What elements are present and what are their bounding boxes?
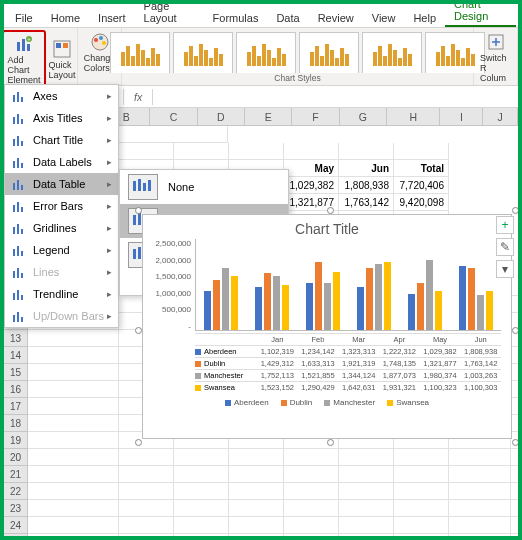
cell[interactable] (449, 466, 511, 483)
bar-group-Feb[interactable] (255, 273, 289, 330)
cell[interactable] (511, 432, 522, 449)
cell[interactable] (511, 483, 522, 500)
menu-trendline[interactable]: Trendline▸ (5, 283, 118, 305)
menu-chart-title[interactable]: Chart Title▸ (5, 129, 118, 151)
bar-group-Apr[interactable] (357, 262, 391, 330)
cell[interactable] (339, 517, 394, 534)
cell[interactable] (511, 347, 522, 364)
cell[interactable] (229, 466, 284, 483)
cell[interactable] (229, 483, 284, 500)
legend-aberdeen[interactable]: Aberdeen (225, 398, 269, 407)
col-header-E[interactable]: E (245, 108, 292, 125)
cell[interactable] (511, 279, 522, 296)
row-header-24[interactable]: 24 (4, 517, 28, 534)
switch-row-col-button[interactable]: Switch R Colum (477, 30, 514, 86)
cell[interactable] (449, 483, 511, 500)
bar-group-Mar[interactable] (306, 262, 340, 330)
cell[interactable] (119, 483, 174, 500)
chart-styles-button[interactable]: ✎ (496, 238, 514, 256)
tab-data[interactable]: Data (267, 9, 308, 27)
cell[interactable] (229, 500, 284, 517)
cell[interactable] (174, 517, 229, 534)
cell[interactable] (339, 449, 394, 466)
col-header-I[interactable]: I (440, 108, 483, 125)
tab-insert[interactable]: Insert (89, 9, 135, 27)
col-header-H[interactable]: H (387, 108, 440, 125)
legend-dublin[interactable]: Dublin (281, 398, 313, 407)
legend-manchester[interactable]: Manchester (324, 398, 375, 407)
submenu-none[interactable]: None (120, 170, 288, 204)
chart-style-3[interactable] (236, 32, 296, 73)
tab-chart-design[interactable]: Chart Design (445, 0, 516, 27)
col-header-C[interactable]: C (150, 108, 197, 125)
cell[interactable] (284, 143, 339, 160)
cell[interactable] (229, 143, 284, 160)
legend-swansea[interactable]: Swansea (387, 398, 429, 407)
cell[interactable] (174, 466, 229, 483)
tab-view[interactable]: View (363, 9, 405, 27)
cell[interactable] (511, 381, 522, 398)
cell[interactable] (511, 296, 522, 313)
cell[interactable] (284, 449, 339, 466)
cell[interactable] (339, 466, 394, 483)
cell[interactable] (394, 517, 449, 534)
embedded-chart[interactable]: Chart Title 2,500,0002,000,0001,500,0001… (142, 214, 512, 439)
menu-data-table[interactable]: Data Table▸ (5, 173, 118, 195)
cell[interactable] (449, 500, 511, 517)
col-header-D[interactable]: D (198, 108, 245, 125)
bar-group-Jan[interactable] (204, 268, 238, 330)
tab-review[interactable]: Review (309, 9, 363, 27)
cell[interactable] (119, 143, 174, 160)
cell[interactable] (511, 500, 522, 517)
row-header-20[interactable]: 20 (4, 449, 28, 466)
cell[interactable] (449, 517, 511, 534)
cell[interactable] (449, 534, 511, 540)
row-header-17[interactable]: 17 (4, 398, 28, 415)
chart-legend[interactable]: AberdeenDublinManchesterSwansea (143, 393, 511, 412)
cell[interactable] (174, 449, 229, 466)
col-header-G[interactable]: G (340, 108, 387, 125)
cell[interactable] (394, 143, 449, 160)
cell[interactable] (174, 534, 229, 540)
row-header-18[interactable]: 18 (4, 415, 28, 432)
cell[interactable] (284, 517, 339, 534)
chart-title[interactable]: Chart Title (143, 215, 511, 239)
cell[interactable]: 1,763,142 (339, 194, 394, 211)
cell[interactable]: May (284, 160, 339, 177)
row-header-13[interactable]: 13 (4, 330, 28, 347)
cell[interactable] (511, 534, 522, 540)
cell[interactable] (229, 449, 284, 466)
menu-legend[interactable]: Legend▸ (5, 239, 118, 261)
cell[interactable] (119, 466, 174, 483)
cell[interactable] (284, 500, 339, 517)
cell[interactable] (394, 449, 449, 466)
tab-home[interactable]: Home (42, 9, 89, 27)
tab-formulas[interactable]: Formulas (204, 9, 268, 27)
cell[interactable] (339, 483, 394, 500)
cell[interactable] (394, 500, 449, 517)
row-header-19[interactable]: 19 (4, 432, 28, 449)
cell[interactable]: Jun (339, 160, 394, 177)
cell[interactable] (174, 500, 229, 517)
chart-elements-button[interactable]: + (496, 216, 514, 234)
col-header-F[interactable]: F (292, 108, 339, 125)
bar-group-Jun[interactable] (459, 266, 493, 330)
cell[interactable] (119, 449, 174, 466)
cell[interactable] (284, 534, 339, 540)
cell[interactable] (284, 466, 339, 483)
row-header-15[interactable]: 15 (4, 364, 28, 381)
bar-group-May[interactable] (408, 260, 442, 330)
cell[interactable] (394, 466, 449, 483)
cell[interactable] (511, 449, 522, 466)
cell[interactable]: 1,321,877 (284, 194, 339, 211)
col-header-J[interactable]: J (483, 108, 517, 125)
plot-area[interactable] (195, 239, 501, 331)
tab-help[interactable]: Help (404, 9, 445, 27)
cell[interactable] (339, 143, 394, 160)
chart-style-2[interactable] (173, 32, 233, 73)
menu-error-bars[interactable]: Error Bars▸ (5, 195, 118, 217)
cell[interactable] (511, 517, 522, 534)
cell[interactable]: 9,420,098 (394, 194, 449, 211)
cell[interactable] (511, 466, 522, 483)
chart-style-1[interactable] (110, 32, 170, 73)
